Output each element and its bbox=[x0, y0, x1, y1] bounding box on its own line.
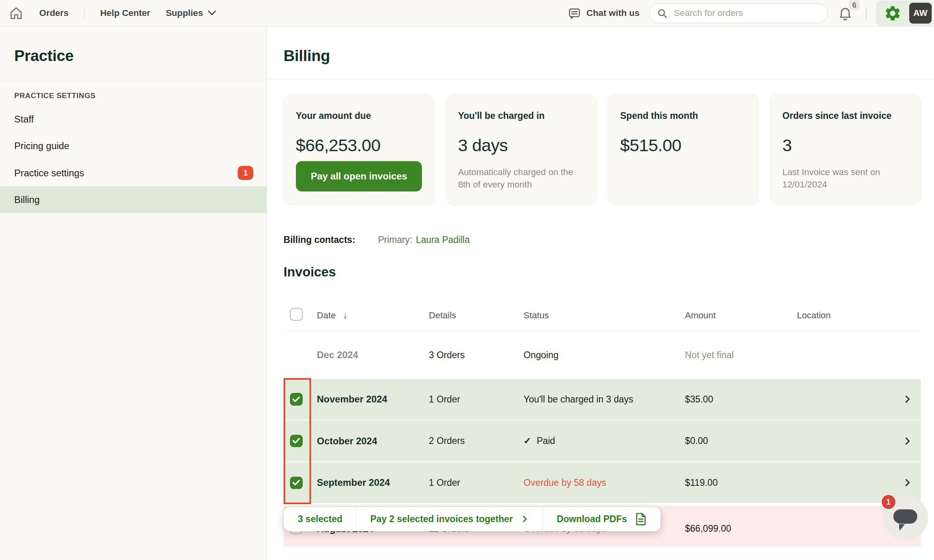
home-icon[interactable] bbox=[8, 6, 24, 21]
row-checkbox-checked[interactable] bbox=[290, 477, 302, 489]
summary-cards: Your amount due $66,253.00 Pay all open … bbox=[284, 94, 921, 205]
download-pdfs-button[interactable]: Download PDFs bbox=[543, 507, 660, 531]
practice-settings-badge: 1 bbox=[238, 166, 253, 179]
card-amount-due: Your amount due $66,253.00 Pay all open … bbox=[284, 94, 434, 205]
card-label: Your amount due bbox=[296, 110, 422, 121]
column-header-location: Location bbox=[797, 310, 893, 321]
chevron-right-icon[interactable] bbox=[893, 436, 921, 446]
chevron-right-icon[interactable] bbox=[893, 394, 921, 404]
card-orders-since-last-invoice: Orders since last invoice 3 Last Invoice… bbox=[770, 94, 921, 205]
row-details: 3 Orders bbox=[429, 350, 523, 361]
row-details: 1 Order bbox=[429, 394, 523, 405]
primary-label: Primary: bbox=[378, 233, 412, 246]
row-status: You'll be charged in 3 days bbox=[524, 394, 685, 405]
row-amount: $119.00 bbox=[685, 477, 797, 488]
sidebar: Practice PRACTICE SETTINGS Staff Pricing… bbox=[0, 27, 267, 560]
table-row-dec-2024: Dec 2024 3 Orders Ongoing Not yet final bbox=[284, 331, 921, 379]
nav-item-supplies[interactable]: Supplies bbox=[166, 8, 216, 18]
card-value: $66,253.00 bbox=[296, 136, 422, 155]
table-row-november-2024[interactable]: November 2024 1 Order You'll be charged … bbox=[284, 379, 921, 421]
settings-gear-icon[interactable] bbox=[884, 4, 902, 22]
card-note: Automatically charged on the 8th of ever… bbox=[458, 166, 584, 191]
sidebar-item-billing[interactable]: Billing bbox=[0, 186, 266, 213]
card-value: 3 days bbox=[458, 136, 584, 155]
row-date: November 2024 bbox=[317, 394, 429, 405]
search-icon bbox=[657, 8, 668, 19]
nav-item-orders[interactable]: Orders bbox=[39, 8, 69, 18]
card-value: 3 bbox=[782, 136, 909, 155]
row-amount: $66,099.00 bbox=[685, 524, 797, 534]
chevron-right-icon bbox=[520, 515, 529, 523]
row-amount: Not yet final bbox=[685, 350, 797, 361]
invoices-title: Invoices bbox=[284, 264, 934, 281]
row-date: October 2024 bbox=[317, 436, 429, 447]
notifications-button[interactable]: 6 bbox=[837, 6, 853, 21]
card-spend-this-month: Spend this month $515.00 bbox=[608, 94, 759, 205]
pay-selected-invoices-button[interactable]: Pay 2 selected invoices together bbox=[357, 507, 543, 531]
billing-contacts: Billing contacts: Primary: Laura Padilla bbox=[284, 233, 934, 246]
row-status: ✓ Paid bbox=[524, 436, 685, 446]
row-details: 1 Order bbox=[429, 477, 523, 488]
page-title: Billing bbox=[284, 47, 934, 65]
notification-count-badge: 6 bbox=[849, 0, 860, 10]
row-date: Dec 2024 bbox=[317, 349, 429, 361]
account-group: AW bbox=[876, 0, 933, 26]
selection-action-bar: 3 selected Pay 2 selected invoices toget… bbox=[284, 507, 660, 531]
main-content: Billing Your amount due $66,253.00 Pay a… bbox=[267, 27, 934, 560]
row-status-overdue: Overdue by 58 days bbox=[524, 477, 685, 488]
avatar[interactable]: AW bbox=[909, 3, 932, 24]
topbar-divider bbox=[866, 7, 866, 20]
select-all-checkbox[interactable] bbox=[290, 308, 302, 320]
pay-all-open-invoices-button[interactable]: Pay all open invoices bbox=[296, 161, 422, 191]
document-icon bbox=[635, 513, 647, 526]
chat-unread-badge: 1 bbox=[882, 495, 895, 509]
top-navigation-bar: Orders Help Center Supplies Chat bbox=[0, 0, 934, 27]
sidebar-section-label: PRACTICE SETTINGS bbox=[14, 91, 266, 100]
column-header-date[interactable]: Date ↓ bbox=[317, 310, 429, 321]
row-status: Ongoing bbox=[524, 350, 685, 361]
sidebar-divider bbox=[0, 80, 266, 81]
chat-bubble-icon bbox=[568, 7, 581, 20]
column-header-details: Details bbox=[429, 310, 523, 321]
sidebar-item-practice-settings[interactable]: Practice settings 1 bbox=[0, 160, 266, 186]
table-row-september-2024[interactable]: September 2024 1 Order Overdue by 58 day… bbox=[284, 462, 921, 504]
row-details: 2 Orders bbox=[429, 436, 523, 446]
sidebar-item-pricing-guide[interactable]: Pricing guide bbox=[0, 133, 266, 160]
search-field[interactable] bbox=[673, 8, 820, 19]
row-date: September 2024 bbox=[317, 477, 429, 488]
column-header-status: Status bbox=[524, 310, 685, 321]
paid-check-icon: ✓ bbox=[524, 436, 531, 446]
card-label: You'll be charged in bbox=[458, 110, 584, 121]
card-label: Orders since last invoice bbox=[782, 110, 909, 121]
card-label: Spend this month bbox=[620, 110, 747, 121]
sidebar-item-staff[interactable]: Staff bbox=[0, 106, 266, 133]
sidebar-item-label: Staff bbox=[14, 114, 34, 125]
card-note: Last Invoice was sent on 12/01/2024 bbox=[782, 166, 909, 191]
nav-item-help-center[interactable]: Help Center bbox=[100, 8, 150, 18]
sort-descending-icon: ↓ bbox=[343, 310, 347, 320]
billing-page: Orders Help Center Supplies Chat bbox=[0, 0, 934, 560]
table-row-october-2024[interactable]: October 2024 2 Orders ✓ Paid $0.00 bbox=[284, 420, 921, 462]
chevron-right-icon[interactable] bbox=[893, 478, 921, 487]
sidebar-item-label: Practice settings bbox=[14, 168, 84, 179]
sidebar-title: Practice bbox=[0, 27, 266, 65]
card-charged-in: You'll be charged in 3 days Automaticall… bbox=[446, 94, 597, 205]
chat-launcher[interactable]: 1 bbox=[881, 495, 928, 542]
row-amount: $0.00 bbox=[685, 436, 797, 446]
billing-contacts-label: Billing contacts: bbox=[284, 233, 355, 246]
selected-count-label: 3 selected bbox=[284, 507, 357, 531]
primary-contact-link[interactable]: Laura Padilla bbox=[416, 233, 470, 246]
sidebar-item-label: Billing bbox=[14, 194, 40, 205]
row-amount: $35.00 bbox=[685, 394, 797, 405]
chat-with-us-button[interactable]: Chat with us bbox=[568, 7, 639, 20]
column-header-amount: Amount bbox=[685, 310, 797, 321]
row-checkbox-checked[interactable] bbox=[290, 393, 302, 405]
table-header: Date ↓ Details Status Amount Location bbox=[284, 300, 921, 331]
row-checkbox-checked[interactable] bbox=[290, 435, 302, 447]
card-value: $515.00 bbox=[620, 136, 747, 155]
chat-launcher-bubble-icon bbox=[893, 509, 917, 524]
sidebar-item-label: Pricing guide bbox=[14, 140, 69, 152]
chevron-down-icon bbox=[208, 10, 216, 16]
search-input[interactable] bbox=[649, 3, 828, 23]
nav-divider bbox=[84, 7, 85, 20]
